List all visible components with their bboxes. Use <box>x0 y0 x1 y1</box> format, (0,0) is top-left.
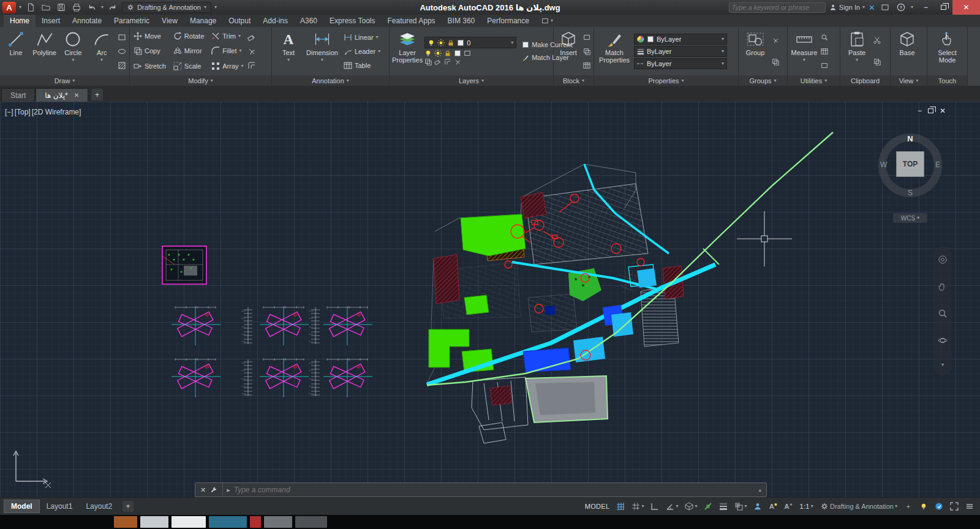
leader-button[interactable]: Leader▾ <box>342 45 382 57</box>
layer-off-button[interactable] <box>424 50 432 57</box>
app-menu-button[interactable]: A <box>2 2 16 13</box>
panel-groups-footer[interactable]: Groups ▾ <box>739 75 787 86</box>
ribbon-tab-view[interactable]: View <box>156 15 184 27</box>
customize-button[interactable] <box>963 500 976 513</box>
command-input[interactable] <box>234 486 754 494</box>
pan-button[interactable] <box>938 282 948 291</box>
app-menu-arrow-icon[interactable]: ▾ <box>19 5 21 10</box>
fillet-arrow-icon[interactable]: ▾ <box>239 48 242 53</box>
copy-button[interactable]: Copy <box>132 45 167 57</box>
base-view-button[interactable]: Base <box>893 29 921 73</box>
measure-button[interactable]: Measure ▾ <box>790 29 818 73</box>
window-close-button[interactable]: ✕ <box>952 0 980 15</box>
window-restore-button[interactable] <box>935 0 952 15</box>
open-file-button[interactable] <box>40 2 52 13</box>
orbit-button[interactable] <box>938 336 948 345</box>
add-scales-button[interactable]: + <box>902 500 915 513</box>
ribbon-tab-annotate[interactable]: Annotate <box>66 15 108 27</box>
isolate-objects-toggle[interactable] <box>917 500 930 513</box>
window-minimize-button[interactable]: − <box>917 0 935 15</box>
text-arrow-icon[interactable]: ▾ <box>287 58 290 62</box>
layer-combo-arrow-icon[interactable]: ▾ <box>511 40 513 45</box>
lineweight-display-toggle[interactable] <box>717 500 730 513</box>
redo-button[interactable] <box>107 2 119 13</box>
create-block-button[interactable] <box>583 34 590 41</box>
model-space-button[interactable]: MODEL <box>582 500 612 513</box>
layer-walk-button[interactable] <box>464 50 471 57</box>
ribbon-tab-manage[interactable]: Manage <box>184 15 222 27</box>
ribbon-tab-a360[interactable]: A360 <box>294 15 323 27</box>
snap-arrow-icon[interactable]: ▾ <box>641 504 644 509</box>
graphics-performance-toggle[interactable] <box>932 500 946 513</box>
rotate-button[interactable]: Rotate <box>172 31 205 42</box>
edit-attributes-button[interactable] <box>583 62 590 69</box>
app-store-button[interactable] <box>879 2 891 13</box>
object-color-dropdown[interactable]: ByLayer ▾ <box>634 34 727 45</box>
fillet-button[interactable]: Fillet▾ <box>210 45 244 57</box>
file-tab-close-icon[interactable]: ✕ <box>74 92 79 99</box>
erase-button[interactable] <box>247 33 256 42</box>
wcs-menu[interactable]: WCS ▾ <box>893 213 927 223</box>
circle-button[interactable]: Circle ▾ <box>60 29 87 73</box>
navigation-wheel-button[interactable] <box>938 255 948 264</box>
isometric-drafting-toggle[interactable]: ▾ <box>682 500 699 513</box>
ribbon-tab-output[interactable]: Output <box>222 15 257 27</box>
layer-merge-button[interactable] <box>444 58 451 66</box>
search-binoculars-icon[interactable] <box>822 4 823 11</box>
drawing-svg[interactable] <box>0 102 980 497</box>
ungroup-button[interactable] <box>772 37 779 44</box>
dimension-arrow-icon[interactable]: ▾ <box>321 58 323 62</box>
ribbon-tab-performance[interactable]: Performance <box>481 15 535 27</box>
viewcube-north[interactable]: N <box>878 134 942 143</box>
select-mode-button[interactable]: Select Mode <box>930 29 965 73</box>
group-edit-button[interactable] <box>772 58 779 66</box>
array-button[interactable]: Array▾ <box>210 60 244 72</box>
new-layout-button[interactable]: + <box>123 501 134 512</box>
polar-arrow-icon[interactable]: ▾ <box>676 504 678 509</box>
viewport-visual-style-control[interactable]: [2D Wireframe] <box>32 108 81 116</box>
exchange-apps-icon[interactable]: ✕ <box>869 3 875 12</box>
layer-freeze-button[interactable] <box>434 50 442 57</box>
object-snap-toggle[interactable] <box>701 500 715 513</box>
insert-block-button[interactable]: Insert <box>556 29 581 73</box>
taskbar-item[interactable] <box>264 516 292 528</box>
panel-layers-footer[interactable]: Layers ▾ <box>390 75 553 86</box>
undo-arrow-icon[interactable]: ▾ <box>101 5 104 10</box>
group-button[interactable]: Group <box>741 29 769 73</box>
selection-filtering-arrow-icon[interactable]: ▾ <box>744 504 747 509</box>
linetype-dropdown[interactable]: ByLayer ▾ <box>634 58 727 69</box>
mini-site-plan[interactable] <box>162 246 206 284</box>
measure-arrow-icon[interactable]: ▾ <box>803 58 805 62</box>
leader-arrow-icon[interactable]: ▾ <box>378 49 380 54</box>
trim-arrow-icon[interactable]: ▾ <box>238 34 241 39</box>
taskbar-item[interactable] <box>140 516 168 528</box>
sign-in-button[interactable]: Sign In ▾ <box>829 4 865 11</box>
panel-clipboard-footer[interactable]: Clipboard <box>840 75 890 86</box>
mirror-button[interactable]: Mirror <box>172 45 205 57</box>
qat-customize-arrow-icon[interactable]: ▾ <box>214 5 217 10</box>
ribbon-tab-addins[interactable]: Add-ins <box>257 15 294 27</box>
clean-screen-button[interactable] <box>948 500 961 513</box>
arc-arrow-icon[interactable]: ▾ <box>100 58 103 62</box>
taskbar-item[interactable] <box>209 516 247 528</box>
panel-draw-footer[interactable]: Draw ▾ <box>0 75 129 86</box>
doc-minimize-button[interactable]: − <box>918 107 922 115</box>
quick-select-button[interactable] <box>821 34 828 41</box>
file-tab-start[interactable]: Start <box>1 88 35 102</box>
move-button[interactable]: Move <box>132 31 167 42</box>
layer-delete-button[interactable] <box>454 58 461 66</box>
annotation-monitor-toggle[interactable] <box>751 500 764 513</box>
layer-isolate-button[interactable] <box>454 50 461 57</box>
workspace-selector[interactable]: Drafting & Annotation ▾ <box>122 2 211 13</box>
ribbon-tab-parametric[interactable]: Parametric <box>108 15 156 27</box>
linear-button[interactable]: Linear▾ <box>342 31 380 43</box>
line-button[interactable]: Line <box>2 29 29 73</box>
dimension-button[interactable]: Dimension ▾ <box>304 29 340 73</box>
circle-arrow-icon[interactable]: ▾ <box>72 58 74 62</box>
layer-lock-button[interactable] <box>444 50 451 57</box>
annotation-visibility-toggle[interactable] <box>766 500 780 513</box>
paste-arrow-icon[interactable]: ▾ <box>856 58 858 62</box>
navbar-more-arrow-icon[interactable]: ▾ <box>941 362 944 367</box>
scale-button[interactable]: Scale <box>172 60 205 72</box>
ribbon-tab-home[interactable]: Home <box>4 15 36 27</box>
